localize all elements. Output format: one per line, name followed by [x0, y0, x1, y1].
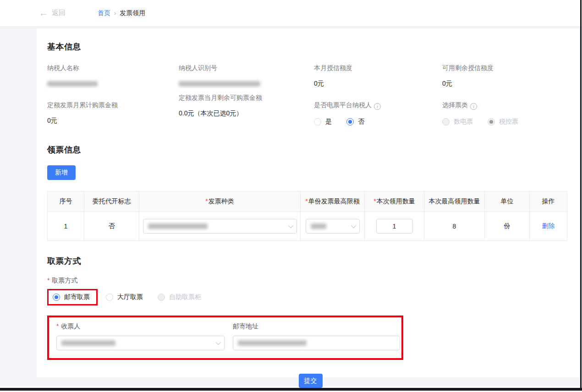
chevron-down-icon — [288, 223, 293, 228]
remaining-credit-label: 可用剩余授信额度 — [442, 64, 568, 72]
collect-table: 序号 委托代开标志 *发票种类 *单份发票最高限额 *本次领用数量 本次最高领用… — [47, 191, 567, 241]
page-content: 基本信息 纳税人名称 纳税人识别号 本月授信额度 0元 可用剩余授信额度 0元 — [0, 26, 582, 386]
cell-seq: 1 — [48, 212, 84, 241]
radio-ticket-tax-control: 税控票 — [488, 118, 518, 126]
basic-info-row2: 定额发票月累计购票金额 0元 定额发票当月剩余可购票金额 0.0元（本次已选0元… — [47, 101, 568, 126]
header-agent-flag: 委托代开标志 — [84, 191, 139, 212]
radio-e-platform-yes[interactable]: 是 — [314, 118, 332, 126]
pickup-method-label: * 取票方式 — [47, 277, 568, 285]
radio-e-platform-no[interactable]: 否 — [346, 118, 364, 126]
taxpayer-name-value-redacted — [47, 81, 98, 87]
radio-label: 是 — [325, 118, 332, 126]
add-button[interactable]: 新增 — [47, 165, 76, 180]
breadcrumb-home-link[interactable]: 首页 — [98, 9, 110, 17]
submit-button[interactable]: 提交 — [299, 374, 323, 388]
field-quota-remaining: 定额发票当月剩余可购票金额 0.0元（本次已选0元） — [179, 101, 314, 126]
breadcrumb: 首页 › 发票领用 — [98, 9, 145, 17]
field-e-platform: 是否电票平台纳税人i 是 否 — [314, 101, 442, 126]
radio-ticket-digital: 数电票 — [442, 118, 473, 126]
info-icon[interactable]: i — [470, 103, 477, 110]
recipient-label: * 收票人 — [56, 322, 225, 331]
cell-max-amount — [301, 212, 365, 241]
radio-circle-checked-icon — [53, 294, 60, 301]
radio-hall-pickup[interactable]: 大厅取票 — [106, 293, 143, 301]
cell-unit: 份 — [485, 212, 530, 241]
required-mark: * — [205, 197, 208, 205]
invoice-collection-page: ← 返回 首页 › 发票领用 基本信息 纳税人名称 纳税人识别号 — [0, 0, 582, 392]
radio-kiosk-pickup: 自助取票柜 — [158, 293, 201, 301]
recipient-value-redacted — [61, 340, 115, 346]
header-seq: 序号 — [48, 191, 84, 212]
back-button[interactable]: ← 返回 — [39, 8, 66, 18]
submit-row: 提交 — [47, 374, 568, 388]
quota-remaining-value: 0.0元（本次已选0元） — [179, 110, 314, 117]
chevron-down-icon — [216, 340, 221, 345]
back-label: 返回 — [52, 9, 66, 17]
cell-invoice-type — [139, 212, 301, 241]
header-qty: *本次领用数量 — [365, 191, 424, 212]
qty-input[interactable] — [376, 219, 413, 234]
remaining-credit-value: 0元 — [442, 80, 568, 87]
e-platform-radio-group: 是 否 — [314, 118, 442, 126]
required-mark: * — [305, 197, 307, 205]
header-max-amount: *单份发票最高限额 — [301, 191, 365, 212]
ticket-type-label: 选择票类i — [442, 101, 568, 110]
window-bottom-border — [0, 388, 582, 391]
ticket-type-label-text: 选择票类 — [442, 101, 468, 109]
basic-info-title: 基本信息 — [47, 41, 568, 52]
breadcrumb-separator-icon: › — [114, 10, 116, 16]
field-taxpayer-id: 纳税人识别号 — [179, 64, 314, 87]
pickup-method-label-text: 取票方式 — [52, 277, 77, 284]
window-right-border — [580, 0, 582, 391]
invoice-type-value-redacted — [148, 223, 208, 229]
radio-label: 数电票 — [454, 118, 473, 126]
cell-max-qty: 8 — [424, 212, 485, 241]
taxpayer-id-value-redacted — [179, 81, 260, 87]
header-text: 单份发票最高限额 — [308, 197, 360, 205]
radio-label: 大厅取票 — [117, 293, 143, 301]
required-mark: * — [373, 197, 376, 205]
required-mark: * — [56, 322, 59, 330]
invoice-type-select[interactable] — [143, 219, 297, 234]
max-amount-select[interactable] — [306, 219, 360, 234]
address-input[interactable] — [233, 336, 400, 350]
recipient-label-text: 收票人 — [61, 322, 80, 330]
radio-circle-disabled-checked-icon — [488, 118, 495, 125]
address-value-redacted — [238, 340, 307, 346]
radio-mail-pickup[interactable]: 邮寄取票 — [53, 293, 90, 301]
field-month-credit: 本月授信额度 0元 — [314, 64, 442, 87]
recipient-select[interactable] — [56, 336, 225, 350]
month-credit-value: 0元 — [314, 80, 442, 87]
field-quota-purchased: 定额发票月累计购票金额 0元 — [47, 101, 179, 126]
topbar: ← 返回 首页 › 发票领用 — [0, 0, 582, 26]
back-arrow-icon: ← — [39, 8, 48, 18]
pickup-title: 取票方式 — [47, 256, 568, 267]
taxpayer-name-label: 纳税人名称 — [47, 64, 179, 72]
quota-remaining-label2: 定额发票当月剩余可购票金额 — [179, 94, 314, 102]
collect-info-title: 领票信息 — [47, 144, 568, 155]
radio-label: 自助取票柜 — [169, 293, 201, 301]
field-remaining-credit: 可用剩余授信额度 0元 — [442, 64, 568, 87]
pickup-method-radio-group: 邮寄取票 大厅取票 自助取票柜 — [47, 289, 568, 305]
max-amount-value-redacted — [311, 223, 326, 229]
cell-qty — [365, 212, 424, 241]
quota-purchased-label: 定额发票月累计购票金额 — [47, 101, 179, 109]
cell-agent-flag: 否 — [84, 212, 139, 241]
radio-circle-checked-icon — [346, 118, 354, 125]
cell-action: 删除 — [530, 212, 567, 241]
highlight-box-mail-option: 邮寄取票 — [47, 289, 98, 305]
table-header-row: 序号 委托代开标志 *发票种类 *单份发票最高限额 *本次领用数量 本次最高领用… — [48, 191, 567, 212]
delete-link[interactable]: 删除 — [542, 222, 555, 229]
breadcrumb-current: 发票领用 — [120, 9, 145, 17]
header-text: 本次领用数量 — [377, 197, 415, 205]
required-mark: * — [47, 277, 49, 284]
field-taxpayer-name: 纳税人名称 — [47, 64, 179, 87]
highlight-box-mail-fields: * 收票人 邮寄地址 — [47, 316, 403, 360]
month-credit-label: 本月授信额度 — [314, 64, 442, 72]
basic-info-row1: 纳税人名称 纳税人识别号 本月授信额度 0元 可用剩余授信额度 0元 — [47, 64, 568, 87]
radio-circle-disabled-icon — [158, 294, 165, 301]
info-icon[interactable]: i — [374, 103, 381, 110]
header-invoice-type: *发票种类 — [139, 191, 301, 212]
address-label: 邮寄地址 — [233, 322, 400, 331]
e-platform-label: 是否电票平台纳税人i — [314, 101, 442, 110]
